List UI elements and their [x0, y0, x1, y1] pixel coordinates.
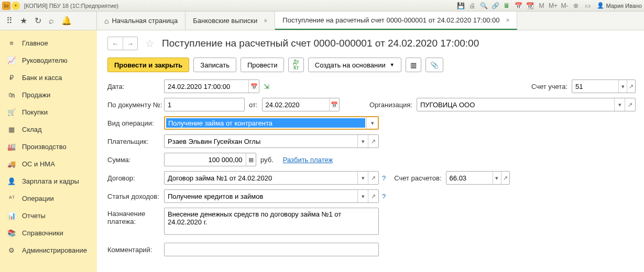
favorite-icon[interactable]: ☆: [145, 37, 155, 50]
close-icon[interactable]: ×: [506, 17, 509, 24]
tab-label: Начальная страница: [112, 17, 178, 25]
org-label: Организация:: [369, 101, 412, 109]
sidebar-item-salary[interactable]: 👤Зарплата и кадры: [0, 173, 97, 190]
date-label: Дата:: [107, 83, 164, 90]
calculator-icon[interactable]: 🖩: [503, 2, 511, 10]
split-payment-link[interactable]: Разбить платеж: [283, 156, 333, 164]
chevron-down-icon[interactable]: ▾: [357, 172, 368, 184]
save-button[interactable]: Записать: [193, 58, 236, 72]
person-icon: 👤: [7, 177, 16, 185]
save-icon[interactable]: 💾: [456, 2, 465, 10]
m-icon[interactable]: M: [537, 2, 545, 10]
link-icon[interactable]: 🔗: [491, 2, 499, 10]
post-and-close-button[interactable]: Провести и закрыть: [107, 58, 189, 72]
sidebar-item-purchases[interactable]: 🛒Покупки: [0, 104, 97, 121]
chevron-down-icon[interactable]: ▾: [357, 135, 368, 148]
sidebar-item-production[interactable]: 🏭Производство: [0, 138, 97, 155]
tab-home[interactable]: ⌂ Начальная страница: [97, 12, 185, 30]
m-plus-icon[interactable]: M+: [549, 2, 557, 10]
sidebar-item-operations[interactable]: ᴬᵀОперации: [0, 190, 97, 207]
app-menu-dropdown[interactable]: ▾: [12, 2, 20, 10]
date-input[interactable]: [165, 80, 248, 93]
attach-button[interactable]: 📎: [425, 58, 443, 72]
title-bar: 1c ▾ [КОПИЯ] ПБУ 18 (1С:Предприятие) 💾 🖨…: [0, 0, 644, 12]
preview-icon[interactable]: 🔍: [479, 2, 488, 10]
zoom-icon[interactable]: ⊕: [572, 2, 580, 10]
calendar-icon[interactable]: 📅: [248, 80, 259, 93]
app-logo-icon: 1c: [2, 2, 10, 10]
optype-input[interactable]: Получение займа от контрагента: [166, 118, 365, 128]
sidebar-item-warehouse[interactable]: ▦Склад: [0, 121, 97, 138]
post-button[interactable]: Провести: [241, 58, 285, 72]
purpose-label: Назначение платежа:: [107, 208, 164, 225]
search-icon[interactable]: ⌕: [49, 16, 54, 26]
open-icon[interactable]: ↗: [368, 190, 378, 202]
user-label[interactable]: 👤 Мария Ивано: [597, 2, 642, 9]
bars-icon: 📊: [7, 212, 16, 220]
sidebar-item-admin[interactable]: ⚙Администрирование: [0, 242, 97, 259]
sidebar-item-label: Главное: [22, 39, 48, 47]
create-based-button[interactable]: Создать на основании▼: [308, 58, 401, 72]
sidebar-item-label: Продажи: [22, 91, 50, 99]
sidebar-item-label: Операции: [22, 195, 54, 202]
sidebar: ≡Главное 📈Руководителю ₽Банк и касса 🛍Пр…: [0, 30, 97, 272]
account-input[interactable]: [572, 80, 618, 93]
grid-icon: ▦: [7, 126, 16, 133]
sidebar-item-reports[interactable]: 📊Отчеты: [0, 207, 97, 224]
contract-input[interactable]: [165, 172, 357, 184]
dt-kt-icon: ДтКт: [293, 59, 299, 71]
window-icon[interactable]: ▭: [583, 2, 592, 10]
open-icon[interactable]: ↗: [501, 172, 509, 184]
chevron-down-icon[interactable]: ▾: [366, 117, 378, 129]
star-icon[interactable]: ★: [20, 16, 27, 26]
calc-account-input[interactable]: [446, 172, 493, 184]
docno-input[interactable]: [165, 98, 244, 111]
calendar-icon[interactable]: 📅: [514, 2, 522, 10]
docdate-input[interactable]: [263, 98, 329, 111]
open-icon[interactable]: ↗: [368, 172, 378, 184]
help-icon[interactable]: ?: [382, 174, 386, 182]
calc-icon[interactable]: ▦: [246, 153, 256, 166]
purpose-textarea[interactable]: Внесение денежных средств по договору за…: [164, 208, 379, 235]
history-icon[interactable]: ↻: [35, 16, 41, 26]
sidebar-item-manager[interactable]: 📈Руководителю: [0, 52, 97, 69]
structure-button[interactable]: ▥: [406, 58, 421, 72]
comment-input[interactable]: [165, 243, 378, 256]
ruble-icon: ₽: [7, 74, 16, 82]
chevron-down-icon[interactable]: ▾: [357, 190, 368, 202]
help-icon[interactable]: ?: [382, 192, 386, 200]
forward-button[interactable]: →: [123, 37, 137, 50]
tab-bank-statements[interactable]: Банковские выписки ×: [185, 12, 275, 30]
calendar-icon[interactable]: 📅: [329, 98, 339, 111]
sum-input[interactable]: [165, 153, 246, 166]
chevron-down-icon[interactable]: ▾: [614, 98, 625, 111]
chart-icon: 📈: [7, 56, 16, 64]
sidebar-item-references[interactable]: 📚Справочники: [0, 224, 97, 242]
account-label: Счет учета:: [531, 83, 567, 90]
payer-input[interactable]: [165, 135, 357, 148]
chevron-down-icon[interactable]: ▾: [493, 172, 501, 184]
bag-icon: 🛍: [7, 91, 16, 99]
back-button[interactable]: ←: [108, 37, 123, 50]
apps-icon[interactable]: ⠿: [6, 16, 13, 26]
sidebar-item-main[interactable]: ≡Главное: [0, 35, 97, 52]
income-art-input[interactable]: [165, 190, 357, 202]
org-input[interactable]: [417, 98, 614, 111]
sidebar-item-bank[interactable]: ₽Банк и касса: [0, 69, 97, 86]
sidebar-item-assets[interactable]: 🚚ОС и НМА: [0, 155, 97, 173]
close-icon[interactable]: ×: [264, 17, 267, 25]
open-icon[interactable]: ↗: [368, 135, 378, 148]
m-minus-icon[interactable]: M-: [560, 2, 569, 10]
comment-label: Комментарий:: [107, 246, 164, 254]
apply-icon[interactable]: ⇲: [264, 83, 269, 90]
sidebar-item-sales[interactable]: 🛍Продажи: [0, 86, 97, 104]
open-icon[interactable]: ↗: [627, 80, 635, 93]
calendar-alt-icon[interactable]: 📆: [526, 2, 534, 10]
sidebar-item-label: Покупки: [22, 108, 48, 116]
print-icon[interactable]: 🖨: [468, 2, 476, 10]
chevron-down-icon[interactable]: ▾: [618, 80, 627, 93]
tab-receipt[interactable]: Поступление на расчетный счет 0000-00000…: [275, 12, 517, 30]
dtkt-button[interactable]: ДтКт: [288, 58, 303, 72]
bell-icon[interactable]: 🔔: [61, 16, 72, 26]
open-icon[interactable]: ↗: [625, 98, 635, 111]
